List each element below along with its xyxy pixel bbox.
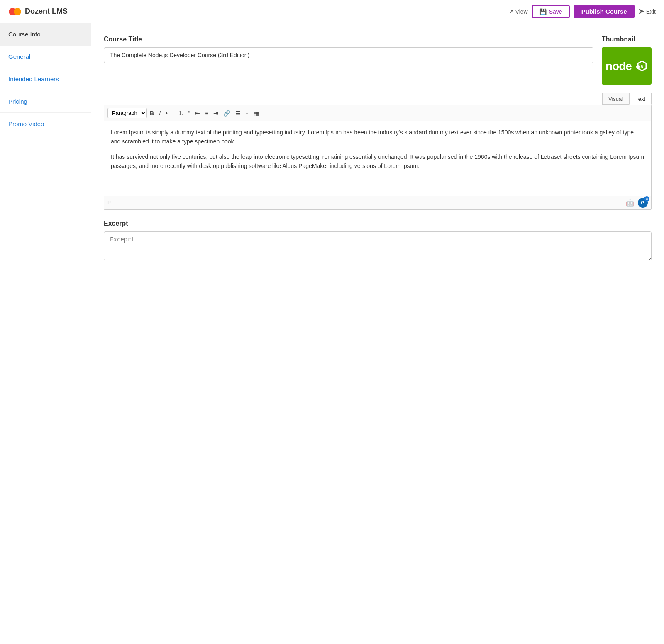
content-area: Course Title Thumbnail node js <box>91 23 664 644</box>
toolbar-link[interactable]: 🔗 <box>221 109 232 118</box>
view-button[interactable]: ↗ View <box>509 8 528 15</box>
tab-visual[interactable]: Visual <box>602 93 629 105</box>
toolbar-bold[interactable]: B <box>148 109 156 118</box>
toolbar-italic[interactable]: I <box>157 109 163 118</box>
excerpt-textarea[interactable] <box>104 231 652 260</box>
exit-icon: ⮞ <box>639 8 644 15</box>
toolbar-blockquote[interactable]: “ <box>186 109 193 118</box>
editor-footer: P 🤖 G 3 <box>104 196 651 209</box>
course-title-row: Course Title Thumbnail node js <box>104 36 652 85</box>
toolbar-table[interactable]: ☰ <box>233 109 243 118</box>
toolbar-ul[interactable]: •— <box>164 109 176 118</box>
thumbnail-image[interactable]: node js <box>602 47 652 85</box>
toolbar-align-center[interactable]: ≡ <box>203 109 210 118</box>
editor-tab-row: Visual Text <box>104 93 652 105</box>
header: Dozent LMS ↗ View 💾 Save Publish Course … <box>0 0 664 23</box>
paragraph-select[interactable]: Paragraph <box>107 108 147 118</box>
main-layout: Course Info General Intended Learners Pr… <box>0 23 664 644</box>
robot-icon: 🤖 <box>625 198 635 207</box>
thumbnail-label: Thumbnail <box>602 36 635 43</box>
editor-paragraph-2: It has survived not only five centuries,… <box>111 152 644 171</box>
svg-point-1 <box>14 8 21 15</box>
grammarly-icon: G 3 <box>638 198 648 208</box>
thumbnail-svg: node js <box>604 49 649 83</box>
logo: Dozent LMS <box>8 5 68 18</box>
course-title-input[interactable] <box>104 47 593 63</box>
tab-text[interactable]: Text <box>629 93 652 105</box>
svg-text:js: js <box>639 63 643 69</box>
toolbar-ol[interactable]: 1. <box>176 109 186 118</box>
sidebar-item-pricing[interactable]: Pricing <box>0 90 91 113</box>
svg-text:node: node <box>605 60 632 73</box>
editor-section: Visual Text Paragraph B I •— 1. “ ⇤ <box>104 93 652 210</box>
course-title-section: Course Title <box>104 36 593 63</box>
logo-icon <box>8 5 22 18</box>
editor-tag: P <box>107 200 111 206</box>
editor-wrap: Paragraph B I •— 1. “ ⇤ ≡ ⇥ 🔗 ☰ ⨬ ▦ Lore <box>104 105 652 210</box>
publish-button[interactable]: Publish Course <box>574 5 635 18</box>
editor-icons: 🤖 G 3 <box>625 198 648 208</box>
editor-paragraph-1: Lorem Ipsum is simply a dummy text of th… <box>111 128 644 146</box>
save-button[interactable]: 💾 Save <box>532 5 570 18</box>
sidebar: Course Info General Intended Learners Pr… <box>0 23 91 644</box>
sidebar-item-promo-video[interactable]: Promo Video <box>0 113 91 135</box>
external-link-icon: ↗ <box>509 8 514 15</box>
toolbar-fullscreen[interactable]: ⨬ <box>244 109 251 118</box>
sidebar-item-intended-learners[interactable]: Intended Learners <box>0 68 91 90</box>
save-icon: 💾 <box>540 8 547 15</box>
excerpt-label: Excerpt <box>104 220 652 227</box>
logo-text: Dozent LMS <box>25 7 68 16</box>
sidebar-item-course-info[interactable]: Course Info <box>0 23 91 46</box>
exit-button[interactable]: ⮞ Exit <box>639 8 656 15</box>
excerpt-section: Excerpt <box>104 220 652 262</box>
editor-body[interactable]: Lorem Ipsum is simply a dummy text of th… <box>104 121 651 196</box>
header-actions: ↗ View 💾 Save Publish Course ⮞ Exit <box>509 5 656 18</box>
thumbnail-section: Thumbnail node js <box>602 36 652 85</box>
editor-toolbar: Paragraph B I •— 1. “ ⇤ ≡ ⇥ 🔗 ☰ ⨬ ▦ <box>104 105 651 121</box>
sidebar-item-general[interactable]: General <box>0 46 91 68</box>
course-title-label: Course Title <box>104 36 593 43</box>
toolbar-align-left[interactable]: ⇤ <box>193 109 202 118</box>
toolbar-grid[interactable]: ▦ <box>251 109 261 118</box>
toolbar-align-right[interactable]: ⇥ <box>211 109 220 118</box>
